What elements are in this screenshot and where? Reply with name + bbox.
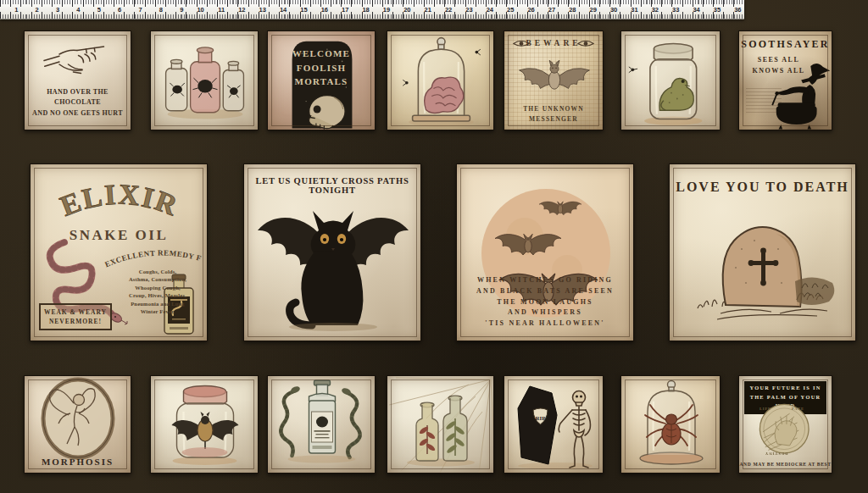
ruler-numbers-item: 4 (62, 6, 82, 14)
welcome-caption: WELCOMEFOOLISHMORTALS (276, 47, 366, 89)
palm-footer: AND MAY BE MEDIOCRE AT BEST (739, 462, 832, 467)
hand-caption: HAND OVER THECHOCOLATEAND NO ONE GETS HU… (28, 87, 127, 119)
panel-bat-jar (150, 375, 259, 474)
panel-beware-bat: BEWARE THE UNKNOWNMESSENGER (504, 30, 604, 130)
poison-bottle-snakes-icon (268, 376, 376, 474)
elixir-remedy-list-item: Croup, Hives, Measles, (119, 291, 197, 299)
bats-caption: WHEN WITCHES GO RIDINGAND BLACK BATS ARE… (457, 275, 633, 330)
ruler-numbers-item: 23 (454, 6, 475, 14)
beware-caption-item: MESSENGER (508, 114, 599, 125)
brain-under-glass-icon (392, 33, 490, 129)
ruler-numbers-item: 8 (145, 6, 165, 14)
bats-caption-item: WHEN WITCHES GO RIDING (457, 275, 633, 286)
elixir-subtitle: SNAKE OIL (31, 227, 207, 244)
panel-coffin-skeleton: RIP (504, 375, 604, 474)
elixir-remedy-arc-text: AN EXCELLENT REMEDY FOR (31, 164, 203, 269)
hand-caption-item: AND NO ONE GETS HURT (28, 108, 127, 119)
elixir-badge: WEAK & WEARYNEVERMORE! (39, 303, 112, 331)
pressed-leaf-bottles-icon (387, 376, 494, 474)
elixir-remedy-list-item: Winter Fever. (119, 307, 197, 315)
gravestone-icon (670, 164, 856, 341)
panel-soothsayer: SOOTHSAYER SEES ALLKNOWS ALL (738, 30, 832, 130)
bat-icon (507, 53, 602, 102)
panel-snakes-bottle (267, 375, 376, 474)
bats-caption-item: 'TIS NEAR HALLOWEEN' (457, 319, 633, 330)
ruler-numbers-item: 33 (661, 6, 682, 14)
ruler-numbers-item: 36 (723, 6, 743, 14)
ruler-numbers-item: 28 (558, 6, 578, 14)
elixir-remedy-list-item: Coughs, Colds, (119, 268, 197, 275)
ruler-numbers-item: 24 (476, 6, 496, 14)
ruler-numbers-item: 11 (207, 6, 227, 14)
svg-text:ELIXIR: ELIXIR (56, 178, 183, 222)
ruler-numbers-item: 29 (579, 6, 599, 14)
insect-specimen-jars-icon (156, 36, 254, 126)
morphosis-caption: MORPHOSIS (25, 457, 131, 467)
ruler-numbers: 1234567891011121314151617181920212223242… (0, 0, 744, 19)
ruler-numbers-item: 2 (20, 6, 41, 14)
ruler-numbers-item: 6 (103, 6, 124, 14)
ruler-numbers-item: 25 (496, 6, 516, 14)
elixir-remedy-list: Coughs, Colds,Asthma, Consumption,Whoopi… (119, 268, 197, 316)
beware-caption-item: THE UNKNOWN (508, 104, 599, 114)
spider-under-glass-icon (621, 376, 721, 474)
elixir-remedy-list-item: Pneumonia and Lung (119, 300, 197, 307)
ruler-numbers-item: 32 (641, 6, 661, 14)
bat-in-jar-icon (151, 376, 259, 474)
panel-frog-jar (620, 30, 721, 130)
bats-caption-item: AND BLACK BATS ARE SEEN (457, 286, 633, 297)
elixir-title: ELIXIR (56, 178, 183, 222)
palm-label-life: LIFE (760, 407, 771, 411)
panel-morphosis: MORPHOSIS (24, 375, 131, 474)
panel-bug-jars (150, 30, 259, 130)
panel-love-you-to-death: LOVE YOU TO DEATH (669, 163, 856, 341)
elixir-badge-item: NEVERMORE! (42, 317, 108, 326)
soothsayer-title: SOOTHSAYER (739, 38, 832, 51)
ruler-numbers-item: 27 (537, 6, 558, 14)
ruler-numbers-item: 22 (434, 6, 454, 14)
fabric-panel-sheet: 1234567891011121314151617181920212223242… (0, 0, 868, 493)
ruler-numbers-item: 21 (414, 6, 434, 14)
panel-witches-riding: WHEN WITCHES GO RIDINGAND BLACK BATS ARE… (456, 163, 634, 341)
elixir-remedy-list-item: Asthma, Consumption, (119, 275, 197, 283)
beware-caption: THE UNKNOWNMESSENGER (508, 104, 599, 125)
panel-hand-over-chocolate: HAND OVER THECHOCOLATEAND NO ONE GETS HU… (24, 30, 131, 130)
panel-black-cat: LET US QUIETLY CROSS PATHS TONIGHT (243, 163, 421, 341)
ruler-numbers-item: 15 (289, 6, 309, 14)
palm-label-destiny: DESTINY (765, 451, 787, 456)
palm-label-fate: FATE (792, 407, 804, 411)
inch-ruler: 1234567891011121314151617181920212223242… (0, 0, 744, 19)
ruler-numbers-item: 3 (42, 6, 62, 14)
bats-caption-item: THE MOON LAUGHS (457, 297, 633, 308)
ruler-numbers-item: 1 (0, 6, 20, 14)
panel-brain-cloche (387, 30, 494, 130)
welcome-caption-item: WELCOME (276, 47, 366, 61)
coffin-skeleton-icon: RIP (504, 376, 604, 474)
panel-elixir-snake-oil: ELIXIR AN EXCELLENT REMEDY FOR (30, 163, 208, 341)
ruler-numbers-item: 30 (599, 6, 620, 14)
frog-in-jar-icon (623, 33, 720, 130)
ruler-numbers-item: 20 (392, 6, 413, 14)
witch-cauldron-icon (751, 57, 832, 130)
ruler-numbers-item: 18 (351, 6, 371, 14)
ruler-numbers-item: 26 (516, 6, 537, 14)
ruler-numbers-item: 31 (620, 6, 640, 14)
ruler-numbers-item: 9 (165, 6, 186, 14)
ruler-numbers-item: 14 (269, 6, 289, 14)
skeleton-hand-icon (31, 36, 125, 87)
ruler-numbers-item: 17 (331, 6, 351, 14)
palm-banner-text-item: YOUR FUTURE IS IN (744, 384, 826, 393)
panel-welcome-foolish-mortals: WELCOMEFOOLISHMORTALS (267, 30, 376, 130)
ruler-numbers-item: 19 (372, 6, 392, 14)
ruler-numbers-item: 10 (186, 6, 206, 14)
hand-caption-item: HAND OVER THE (28, 87, 127, 97)
ruler-numbers-item: 35 (703, 6, 723, 14)
ruler-numbers-item: 12 (227, 6, 248, 14)
panel-spider-cloche (620, 375, 721, 474)
ruler-numbers-item: 13 (248, 6, 269, 14)
svg-text:AN EXCELLENT REMEDY FOR: AN EXCELLENT REMEDY FOR (31, 164, 203, 269)
bats-caption-item: AND WHISPERS (457, 307, 633, 319)
welcome-caption-item: FOOLISH (276, 61, 366, 75)
hand-caption-item: CHOCOLATE (28, 97, 127, 108)
ruler-numbers-item: 5 (83, 6, 103, 14)
